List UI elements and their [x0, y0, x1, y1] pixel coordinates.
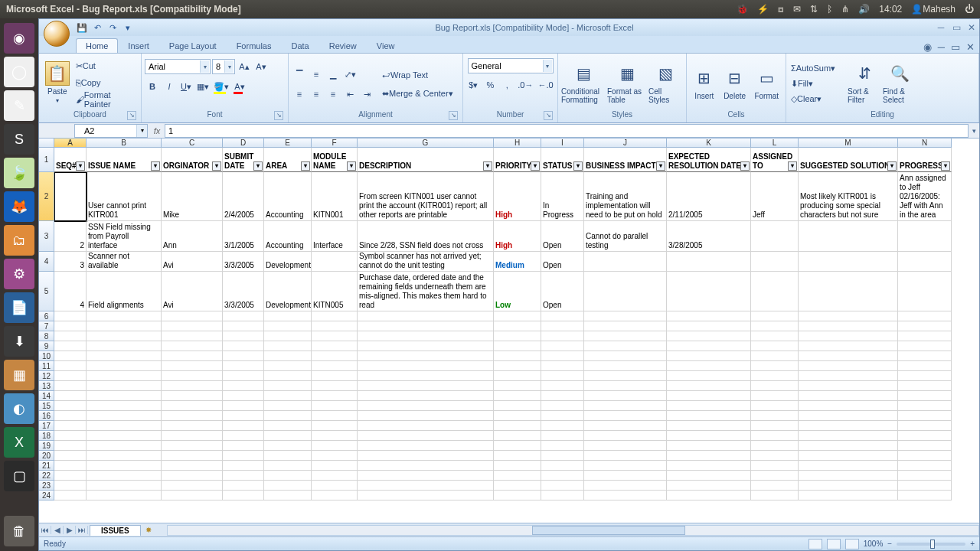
filter-icon[interactable]: ▾: [301, 161, 310, 171]
cell[interactable]: [751, 381, 799, 391]
cell[interactable]: [87, 431, 162, 441]
cell[interactable]: [54, 331, 87, 341]
find-select-button[interactable]: 🔍Find & Select: [883, 57, 916, 108]
cell[interactable]: [264, 381, 312, 391]
col-header-A[interactable]: A: [54, 139, 87, 148]
format-as-table-button[interactable]: ▦Format as Table: [607, 57, 647, 108]
cell[interactable]: [667, 272, 751, 311]
paste-button[interactable]: 📋Paste▾: [42, 57, 73, 108]
cell[interactable]: [264, 361, 312, 371]
maximize-button[interactable]: ▭: [949, 22, 964, 33]
cell[interactable]: [799, 371, 898, 381]
row-header-7[interactable]: 7: [39, 321, 54, 331]
clear-button[interactable]: ◇ Clear▾: [789, 91, 846, 106]
cell[interactable]: [541, 491, 584, 500]
trash-icon[interactable]: 🗑: [4, 516, 34, 546]
cell[interactable]: [162, 461, 223, 471]
cell[interactable]: [358, 451, 494, 461]
cell[interactable]: [494, 391, 541, 401]
col-header-F[interactable]: F: [312, 139, 358, 148]
filter-icon[interactable]: ▾: [887, 161, 897, 171]
cell[interactable]: [312, 381, 358, 391]
downloads-icon[interactable]: ⬇: [4, 326, 34, 357]
cell[interactable]: [87, 441, 162, 451]
cell[interactable]: [541, 391, 584, 401]
cell[interactable]: 2: [54, 221, 87, 252]
filter-icon[interactable]: ▾: [573, 161, 583, 171]
cell[interactable]: [898, 341, 952, 351]
cell[interactable]: [494, 441, 541, 451]
tab-insert[interactable]: Insert: [118, 38, 159, 53]
cell[interactable]: [54, 491, 87, 500]
cell[interactable]: [54, 391, 87, 401]
cell[interactable]: [162, 491, 223, 500]
select-all-corner[interactable]: [39, 139, 54, 148]
filter-icon[interactable]: ▾: [740, 161, 750, 171]
align-middle-button[interactable]: ≡: [309, 67, 324, 82]
cell[interactable]: [799, 461, 898, 471]
cell[interactable]: [312, 321, 358, 331]
grow-font-button[interactable]: A▴: [237, 59, 252, 74]
cell[interactable]: [494, 481, 541, 491]
cell[interactable]: [541, 341, 584, 351]
cell[interactable]: [264, 351, 312, 361]
cell[interactable]: [667, 431, 751, 441]
shrink-font-button[interactable]: A▾: [253, 59, 269, 74]
cell[interactable]: [54, 311, 87, 321]
table-header[interactable]: SUBMIT DATE▾: [223, 148, 264, 172]
cell[interactable]: [494, 471, 541, 481]
cell[interactable]: [799, 381, 898, 391]
cell[interactable]: [667, 461, 751, 471]
settings-icon[interactable]: ⚙: [4, 259, 34, 289]
bluetooth-icon[interactable]: ᛒ: [827, 4, 832, 15]
cell[interactable]: [584, 351, 667, 361]
cell[interactable]: From screen KITN001 user cannot print th…: [358, 172, 494, 221]
cell[interactable]: [799, 431, 898, 441]
cell[interactable]: [494, 381, 541, 391]
cell[interactable]: [541, 351, 584, 361]
cell[interactable]: [358, 471, 494, 481]
cell[interactable]: [584, 331, 667, 341]
spreadsheet-grid[interactable]: ABCDEFGHIJKLMN1SEQ#▾ISSUE NAME▾ORGINATOR…: [39, 139, 979, 523]
cell[interactable]: [494, 431, 541, 441]
cell[interactable]: [584, 381, 667, 391]
cell[interactable]: [264, 451, 312, 461]
cell[interactable]: 3/1/2005: [223, 221, 264, 252]
clipboard-dialog[interactable]: ↘: [127, 111, 136, 120]
cell[interactable]: [667, 381, 751, 391]
cell[interactable]: [898, 401, 952, 411]
filter-icon[interactable]: ▾: [656, 161, 665, 171]
cell[interactable]: [541, 401, 584, 411]
cell[interactable]: [87, 351, 162, 361]
cell[interactable]: [799, 451, 898, 461]
wifi-icon[interactable]: ⋔: [841, 4, 849, 15]
cell[interactable]: [358, 411, 494, 421]
filter-icon[interactable]: ▾: [941, 161, 950, 171]
wrap-text-button[interactable]: ⮐ Wrap Text: [381, 67, 465, 83]
cell[interactable]: Ann: [162, 221, 223, 252]
border-button[interactable]: ▦▾: [195, 79, 211, 94]
horizontal-scrollbar[interactable]: [167, 525, 979, 536]
cell[interactable]: [358, 341, 494, 351]
filter-icon[interactable]: ▾: [212, 161, 221, 171]
cell[interactable]: [264, 391, 312, 401]
cell[interactable]: [312, 421, 358, 431]
cell[interactable]: [358, 361, 494, 371]
comma-button[interactable]: ,: [499, 77, 514, 93]
align-center-button[interactable]: ≡: [309, 86, 324, 102]
cell[interactable]: [751, 391, 799, 401]
close-button[interactable]: ✕: [964, 22, 979, 33]
cell[interactable]: [358, 381, 494, 391]
cell[interactable]: [358, 321, 494, 331]
table-header[interactable]: ISSUE NAME▾: [87, 148, 162, 172]
cell-styles-button[interactable]: ▧Cell Styles: [648, 57, 682, 108]
cell[interactable]: [584, 252, 667, 272]
col-header-I[interactable]: I: [541, 139, 584, 148]
fill-button[interactable]: ⬇ Fill▾: [789, 76, 846, 91]
chrome-icon[interactable]: ◯: [4, 57, 34, 87]
cell[interactable]: [584, 451, 667, 461]
cell[interactable]: [358, 421, 494, 431]
tab-home[interactable]: Home: [76, 38, 118, 53]
power-icon[interactable]: ⚡: [757, 4, 769, 15]
cell[interactable]: [898, 321, 952, 331]
